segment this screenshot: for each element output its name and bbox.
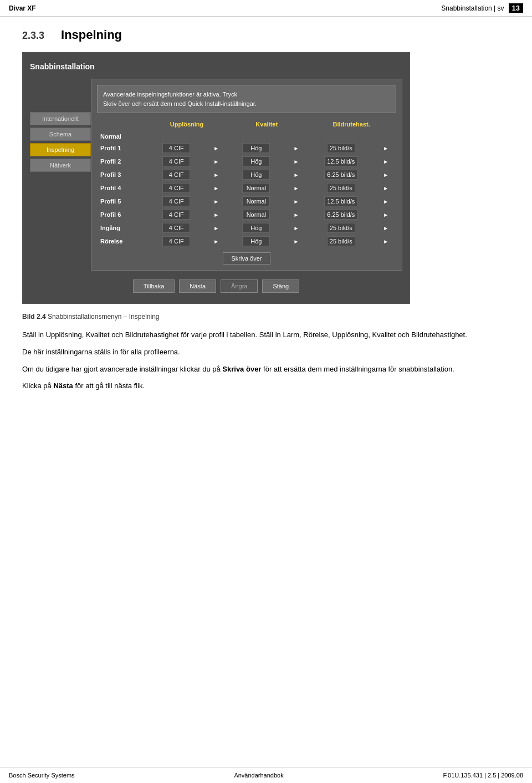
- body-paragraph-3: Om du tidigare har gjort avancerade inst…: [22, 364, 510, 375]
- nav-item-schema[interactable]: Schema: [30, 128, 91, 141]
- resolution-cell: 4 CIF: [147, 141, 206, 155]
- table-row: Profil 1 4 CIF ► Hög ► 25 bild/s ►: [97, 141, 396, 155]
- table-row: Profil 3 4 CIF ► Hög ► 6.25 bild/s ►: [97, 168, 396, 181]
- resolution-cell: 4 CIF: [147, 235, 206, 248]
- section-title: Inspelning: [61, 28, 122, 42]
- main-content: 2.3.3 Inspelning Snabbinstallation Inter…: [0, 17, 532, 409]
- arrow-qual-7[interactable]: ►: [286, 235, 307, 248]
- angra-button[interactable]: Ångra: [221, 279, 258, 293]
- write-over-btn-row: Skriva över: [97, 252, 396, 265]
- arrow-res-3[interactable]: ►: [206, 181, 227, 195]
- arrow-qual-5[interactable]: ►: [286, 208, 307, 221]
- table-row: Rörelse 4 CIF ► Hög ► 25 bild/s ►: [97, 235, 396, 248]
- arrow-res-4[interactable]: ►: [206, 195, 227, 208]
- quality-cell: Hög: [227, 141, 286, 155]
- nasta-button[interactable]: Nästa: [179, 279, 216, 293]
- arrow-res-6[interactable]: ►: [206, 221, 227, 235]
- arrow-qual-2[interactable]: ►: [286, 168, 307, 181]
- arrow-fr-7[interactable]: ►: [375, 235, 396, 248]
- arrow-res-2[interactable]: ►: [206, 168, 227, 181]
- figure-caption: Bild 2.4 Snabbinstallationsmenyn – Inspe…: [22, 313, 510, 321]
- tillbaka-button[interactable]: Tillbaka: [133, 279, 175, 293]
- arrow-fr-4[interactable]: ►: [375, 195, 396, 208]
- framerate-cell: 6.25 bild/s: [306, 168, 375, 181]
- ui-screenshot: Snabbinstallation Internationellt Schema…: [22, 52, 410, 304]
- ui-sidebar: Internationellt Schema Inspelning Nätver…: [30, 79, 91, 271]
- nav-item-internationellt[interactable]: Internationellt: [30, 112, 91, 125]
- resolution-cell: 4 CIF: [147, 221, 206, 235]
- body-paragraph-1: Ställ in Upplösning, Kvalitet och Bildru…: [22, 329, 510, 341]
- section-heading: 2.3.3 Inspelning: [22, 28, 510, 42]
- resolution-cell: 4 CIF: [147, 168, 206, 181]
- ui-title-bar: Snabbinstallation: [30, 60, 402, 73]
- warning-line1: Avancerade inspelningsfunktioner är akti…: [103, 91, 237, 98]
- quality-cell: Hög: [227, 168, 286, 181]
- quality-cell: Normal: [227, 208, 286, 221]
- quality-cell: Hög: [227, 235, 286, 248]
- footer-manual: Användarhandbok: [234, 772, 283, 779]
- body-paragraph-4: Klicka på Nästa för att gå till nästa fl…: [22, 380, 510, 392]
- col-header-quality: Kvalitet: [227, 119, 306, 130]
- resolution-cell: 4 CIF: [147, 195, 206, 208]
- arrow-fr-0[interactable]: ►: [375, 141, 396, 155]
- arrow-qual-0[interactable]: ►: [286, 141, 307, 155]
- arrow-qual-3[interactable]: ►: [286, 181, 307, 195]
- row-label: Profil 6: [97, 208, 147, 221]
- arrow-qual-1[interactable]: ►: [286, 155, 307, 168]
- quality-cell: Hög: [227, 221, 286, 235]
- nasta-bold: Nästa: [53, 382, 73, 390]
- arrow-qual-4[interactable]: ►: [286, 195, 307, 208]
- nav-item-inspelning[interactable]: Inspelning: [30, 143, 91, 156]
- skriva-over-bold: Skriva över: [222, 365, 261, 373]
- arrow-fr-6[interactable]: ►: [375, 221, 396, 235]
- arrow-fr-3[interactable]: ►: [375, 181, 396, 195]
- table-row: Profil 5 4 CIF ► Normal ► 12.5 bild/s ►: [97, 195, 396, 208]
- col-header-label: [97, 119, 147, 130]
- section-normal-label: Normal: [97, 130, 396, 141]
- framerate-cell: 25 bild/s: [306, 181, 375, 195]
- warning-box: Avancerade inspelningsfunktioner är akti…: [97, 85, 396, 113]
- arrow-res-0[interactable]: ►: [206, 141, 227, 155]
- row-label: Profil 3: [97, 168, 147, 181]
- page-number: 13: [509, 3, 523, 13]
- resolution-cell: 4 CIF: [147, 181, 206, 195]
- ui-inner: Internationellt Schema Inspelning Nätver…: [30, 79, 402, 271]
- stang-button[interactable]: Stäng: [262, 279, 299, 293]
- figure-label: Bild 2.4: [22, 313, 46, 321]
- nav-item-natverk[interactable]: Nätverk: [30, 159, 91, 172]
- arrow-fr-2[interactable]: ►: [375, 168, 396, 181]
- ui-bottom-buttons: Tillbaka Nästa Ångra Stäng: [30, 276, 402, 296]
- quality-cell: Normal: [227, 195, 286, 208]
- write-over-button[interactable]: Skriva över: [223, 252, 270, 265]
- arrow-qual-6[interactable]: ►: [286, 221, 307, 235]
- col-header-framerate: Bildrutehast.: [306, 119, 396, 130]
- page-header: Divar XF Snabbinstallation | sv 13: [0, 0, 532, 17]
- resolution-cell: 4 CIF: [147, 208, 206, 221]
- caption-text-value: Snabbinstallationsmenyn – Inspelning: [48, 313, 159, 321]
- footer-version: F.01U.135.431 | 2.5 | 2009.08: [443, 772, 523, 779]
- app-title: Divar XF: [9, 4, 36, 12]
- quality-cell: Hög: [227, 155, 286, 168]
- arrow-fr-5[interactable]: ►: [375, 208, 396, 221]
- framerate-cell: 6.25 bild/s: [306, 208, 375, 221]
- arrow-fr-1[interactable]: ►: [375, 155, 396, 168]
- arrow-res-1[interactable]: ►: [206, 155, 227, 168]
- framerate-cell: 12.5 bild/s: [306, 195, 375, 208]
- resolution-cell: 4 CIF: [147, 155, 206, 168]
- arrow-res-7[interactable]: ►: [206, 235, 227, 248]
- col-header-resolution: Upplösning: [147, 119, 227, 130]
- ui-main-panel: Avancerade inspelningsfunktioner är akti…: [91, 79, 402, 271]
- table-row: Ingång 4 CIF ► Hög ► 25 bild/s ►: [97, 221, 396, 235]
- row-label: Profil 4: [97, 181, 147, 195]
- page-footer: Bosch Security Systems Användarhandbok F…: [0, 767, 532, 783]
- row-label: Profil 2: [97, 155, 147, 168]
- table-row: Profil 4 4 CIF ► Normal ► 25 bild/s ►: [97, 181, 396, 195]
- row-label: Profil 1: [97, 141, 147, 155]
- section-number: 2.3.3: [22, 30, 44, 42]
- warning-line2: Skriv över och ersätt dem med Quick Inst…: [103, 100, 257, 107]
- quality-cell: Normal: [227, 181, 286, 195]
- chapter-title: Snabbinstallation | sv: [441, 4, 504, 12]
- arrow-res-5[interactable]: ►: [206, 208, 227, 221]
- footer-company: Bosch Security Systems: [9, 772, 75, 779]
- framerate-cell: 25 bild/s: [306, 235, 375, 248]
